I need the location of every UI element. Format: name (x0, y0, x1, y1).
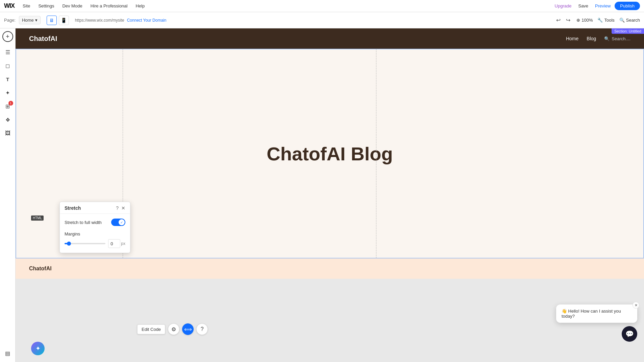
toggle-knob: ✓ (119, 219, 125, 225)
stretch-toggle-row: Stretch to full width ✓ (65, 219, 125, 226)
edit-toolbar: Edit Code ⚙ ⟺ ? (137, 323, 208, 335)
undo-button[interactable]: ↩ (555, 16, 562, 24)
margins-section: Margins px (65, 231, 125, 248)
page-label: Page: (4, 18, 16, 23)
checkmark-icon: ✓ (120, 221, 123, 224)
ai-assistant-button[interactable]: ✦ (31, 342, 45, 355)
nav-site[interactable]: Site (21, 3, 31, 8)
media-icon: 🖼 (5, 130, 10, 136)
sidebar-item-design[interactable]: ✦ (2, 87, 14, 99)
chat-close-button[interactable]: ✕ (633, 302, 639, 309)
chat-bubble: 👋 Hello! How can I assist you today? (556, 304, 637, 323)
nav-devmode[interactable]: Dev Mode (61, 3, 83, 8)
sidebar-item-sections[interactable]: ▤ (2, 347, 14, 359)
publish-button[interactable]: Publish (615, 2, 640, 10)
zoom-level-text: 100% (581, 18, 593, 23)
url-text: https://www.wix.com/mysite (75, 18, 124, 23)
tools-icon: 🔧 (597, 18, 603, 23)
margin-input-group: px (108, 239, 125, 248)
nav-hire[interactable]: Hire a Professional (89, 3, 129, 8)
sidebar-item-text[interactable]: T (2, 73, 14, 85)
widgets-icon: ❖ (5, 117, 10, 123)
margin-unit-label: px (121, 241, 125, 246)
sidebar-item-media[interactable]: 🖼 (2, 127, 14, 139)
undo-redo: ↩ ↪ (555, 16, 572, 24)
second-bar-right: ↩ ↪ ⊕ 100% 🔧 Tools 🔍 Search (555, 16, 640, 24)
chat-message: 👋 Hello! How can I assist you today? (562, 309, 632, 319)
apps-badge: 1 (8, 101, 13, 106)
sections-icon: ▤ (5, 350, 10, 357)
close-icon: ✕ (635, 303, 638, 308)
zoom-icon: ⊕ (576, 18, 580, 23)
zoom-control[interactable]: ⊕ 100% (576, 18, 593, 23)
page-name-text: Home (22, 18, 34, 23)
stretch-toolbar-button[interactable]: ⟺ (182, 323, 194, 335)
stretch-help-button[interactable]: ? (116, 205, 119, 211)
tools-button[interactable]: 🔧 Tools (597, 18, 614, 23)
page-name-select[interactable]: Home ▾ (19, 16, 41, 24)
search-label: Search (626, 18, 640, 23)
stretch-close-button[interactable]: ✕ (121, 205, 125, 211)
blog-title: ChatofAI Blog (267, 143, 393, 165)
url-bar: https://www.wix.com/mysite Connect Your … (75, 18, 167, 23)
site-search-icon: 🔍 (604, 36, 610, 41)
settings-icon: ⚙ (171, 326, 176, 333)
site-nav: Home Blog 🔍 Search.... (566, 36, 630, 41)
canvas-area: ChatofAI Home Blog 🔍 Search.... Section:… (16, 28, 644, 362)
stretch-icon: ⟺ (184, 326, 192, 333)
settings-toolbar-button[interactable]: ⚙ (168, 323, 179, 335)
second-bar: Page: Home ▾ 🖥 📱 https://www.wix.com/mys… (0, 12, 644, 28)
stretch-panel-header: Stretch ? ✕ (60, 202, 130, 214)
chat-open-button[interactable]: 💬 (622, 326, 637, 342)
nav-help[interactable]: Help (134, 3, 146, 8)
mobile-icon[interactable]: 📱 (59, 16, 69, 25)
add-element-button[interactable]: + (2, 31, 13, 42)
site-search-placeholder: Search.... (612, 36, 630, 41)
desktop-icon[interactable]: 🖥 (47, 16, 57, 25)
margin-slider[interactable] (65, 243, 105, 244)
chat-widget: 👋 Hello! How can I assist you today? ✕ 💬 (556, 304, 637, 342)
site-header: ChatofAI Home Blog 🔍 Search.... Section:… (16, 28, 644, 49)
chevron-down-icon: ▾ (35, 18, 38, 23)
chat-icon: 💬 (625, 330, 634, 338)
margins-row: px (65, 239, 125, 248)
wix-logo: WIX (4, 2, 15, 9)
stretch-panel-title: Stretch (65, 205, 81, 211)
sidebar-item-widgets[interactable]: ❖ (2, 114, 14, 126)
nav-settings[interactable]: Settings (37, 3, 55, 8)
html-badge: HTML (31, 216, 44, 221)
plus-icon: + (6, 33, 9, 40)
background-icon: ◻ (5, 63, 10, 69)
site-nav-blog[interactable]: Blog (587, 36, 596, 41)
top-bar-right: Upgrade Save Preview Publish (552, 2, 640, 10)
help-toolbar-button[interactable]: ? (196, 323, 208, 335)
design-icon: ✦ (5, 90, 10, 96)
redo-button[interactable]: ↪ (565, 16, 572, 24)
stretch-toggle[interactable]: ✓ (111, 219, 125, 226)
sidebar-item-apps[interactable]: ⊞ 1 (2, 100, 14, 112)
sidebar-item-background[interactable]: ◻ (2, 60, 14, 72)
upgrade-button[interactable]: Upgrade (552, 3, 574, 8)
connect-domain-link[interactable]: Connect Your Domain (127, 18, 167, 23)
stretch-panel-icons: ? ✕ (116, 205, 125, 211)
chat-bubble-container: 👋 Hello! How can I assist you today? ✕ (556, 304, 637, 323)
edit-code-button[interactable]: Edit Code (137, 324, 165, 334)
margins-label: Margins (65, 231, 125, 236)
top-bar: WIX Site Settings Dev Mode Hire a Profes… (0, 0, 644, 12)
sidebar-item-pages[interactable]: ☰ (2, 46, 14, 58)
text-icon: T (6, 76, 9, 82)
main-layout: + ☰ ◻ T ✦ ⊞ 1 ❖ 🖼 ▤ ChatofAI (0, 28, 644, 362)
footer-section: ChatofAI (16, 258, 644, 279)
preview-button[interactable]: Preview (592, 3, 613, 8)
help-icon: ? (201, 326, 204, 332)
stretch-to-full-width-label: Stretch to full width (65, 220, 102, 225)
pages-icon: ☰ (5, 49, 10, 55)
save-button[interactable]: Save (575, 3, 591, 8)
stretch-panel: Stretch ? ✕ Stretch to full width ✓ Mar (59, 202, 130, 253)
tools-label: Tools (604, 18, 614, 23)
left-sidebar: + ☰ ◻ T ✦ ⊞ 1 ❖ 🖼 ▤ (0, 28, 16, 362)
footer-logo: ChatofAI (29, 266, 52, 272)
margin-value-input[interactable] (108, 239, 120, 248)
site-nav-home[interactable]: Home (566, 36, 578, 41)
search-button[interactable]: 🔍 Search (619, 18, 640, 23)
